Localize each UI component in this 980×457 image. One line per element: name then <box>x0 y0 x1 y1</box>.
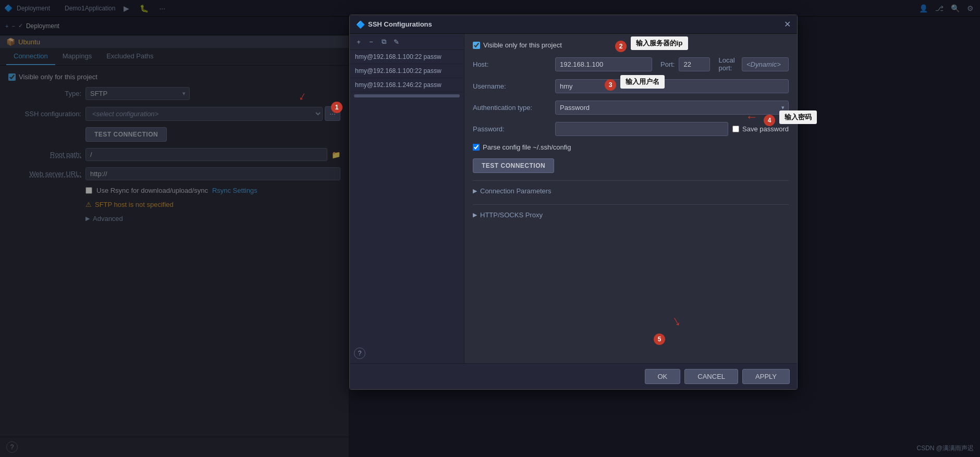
add-ssh-button[interactable]: + <box>353 36 364 47</box>
ssh-visible-only-checkbox[interactable] <box>473 42 480 49</box>
username-label: Username: <box>473 82 551 90</box>
annotation-badge-4: 4 <box>764 115 775 126</box>
http-socks-arrow: ▶ <box>473 212 477 218</box>
host-label: Host: <box>473 60 551 68</box>
annotation-arrow-4: ← <box>745 109 758 124</box>
local-port-label: Local port: <box>718 56 738 72</box>
ssh-test-connection-section: TEST CONNECTION <box>473 158 789 173</box>
ssh-dialog-title: SSH Configurations <box>368 20 781 28</box>
parse-config-checkbox[interactable] <box>473 144 480 151</box>
save-password-checkbox[interactable] <box>732 126 739 132</box>
annotation-badge-5: 5 <box>654 334 665 345</box>
edit-ssh-button[interactable]: ✎ <box>390 36 402 47</box>
ssh-list-item-1[interactable]: hmy@192.168.1.100:22 passw <box>350 64 464 78</box>
ok-button[interactable]: OK <box>645 369 681 384</box>
port-input[interactable] <box>679 57 710 71</box>
cancel-button[interactable]: CANCEL <box>684 369 738 384</box>
ssh-list-scrollbar[interactable] <box>354 94 460 97</box>
ssh-dialog-body: + − ⧉ ✎ hmy@192.168.1.100:22 passw hmy@1… <box>350 34 797 363</box>
http-socks-section: ▶ HTTP/SOCKS Proxy <box>473 204 789 221</box>
ssh-list-bottom: ? <box>350 343 464 363</box>
ssh-list-toolbar: + − ⧉ ✎ <box>350 34 464 50</box>
password-row: Password: Save password <box>473 122 789 136</box>
host-input[interactable] <box>555 57 652 71</box>
ssh-configurations-dialog: 🔷 SSH Configurations ✕ + − ⧉ ✎ hmy@192.1… <box>349 15 798 390</box>
ssh-dialog-footer: OK CANCEL APPLY <box>350 363 797 389</box>
parse-config-row: Parse config file ~/.ssh/config <box>473 143 789 151</box>
password-label: Password: <box>473 125 551 133</box>
remove-ssh-button[interactable]: − <box>365 36 377 47</box>
dialog-close-button[interactable]: ✕ <box>784 19 791 29</box>
ssh-list-item-2[interactable]: hmy@192.168.1.246:22 passw <box>350 78 464 92</box>
annotation-tooltip-4: 输入密码 <box>779 110 817 124</box>
connection-params-header[interactable]: ▶ Connection Parameters <box>473 185 789 197</box>
annotation-badge-2: 2 <box>615 41 627 52</box>
annotation-tooltip-3: 输入用户名 <box>620 75 665 89</box>
password-input[interactable] <box>555 122 728 136</box>
ssh-list-item-0[interactable]: hmy@192.168.1.100:22 passw <box>350 50 464 64</box>
connection-params-arrow: ▶ <box>473 188 477 194</box>
host-row: Host: Port: Local port: <box>473 56 789 72</box>
annotation-badge-3: 3 <box>605 79 616 91</box>
ssh-list-help-button[interactable]: ? <box>354 348 365 359</box>
copy-ssh-button[interactable]: ⧉ <box>378 36 389 47</box>
auth-type-label: Authentication type: <box>473 104 551 112</box>
http-socks-label: HTTP/SOCKS Proxy <box>480 211 543 219</box>
save-password-row: Save password <box>732 125 789 133</box>
annotation-badge-1: 1 <box>331 102 342 113</box>
port-label: Port: <box>660 60 675 68</box>
ssh-dialog-header: 🔷 SSH Configurations ✕ <box>350 15 797 34</box>
auth-type-row: Authentication type: Password Key pair <box>473 101 789 115</box>
connection-params-label: Connection Parameters <box>480 187 552 195</box>
http-socks-header[interactable]: ▶ HTTP/SOCKS Proxy <box>473 209 789 221</box>
apply-button[interactable]: APPLY <box>742 369 790 384</box>
ssh-list-panel: + − ⧉ ✎ hmy@192.168.1.100:22 passw hmy@1… <box>350 34 464 363</box>
save-password-label: Save password <box>742 125 789 133</box>
local-port-input[interactable] <box>742 57 789 71</box>
parse-config-label: Parse config file ~/.ssh/config <box>483 143 571 151</box>
ssh-test-connection-button[interactable]: TEST CONNECTION <box>473 158 554 173</box>
username-input[interactable] <box>555 79 789 93</box>
ssh-visible-only-label: Visible only for this project <box>483 41 562 49</box>
connection-params-section: ▶ Connection Parameters <box>473 180 789 197</box>
annotation-tooltip-2: 输入服务器的ip <box>631 36 688 50</box>
